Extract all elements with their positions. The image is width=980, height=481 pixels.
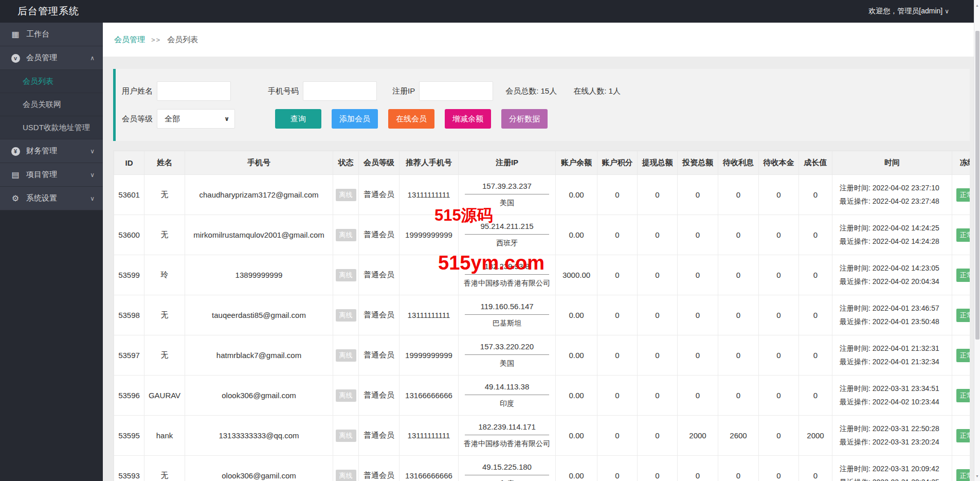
cell-points: 0 [597, 215, 638, 255]
ip-link[interactable]: 49.14.113.38 [465, 382, 549, 395]
ip-link[interactable]: 95.214.211.215 [465, 222, 549, 235]
cell-withdraw-total: 0 [638, 215, 678, 255]
register-time-value: 2022-03-31 20:09:42 [873, 465, 939, 473]
cell-name: 无 [144, 295, 185, 335]
sidebar-item-usdt-address[interactable]: USDT收款地址管理 [0, 116, 103, 139]
cell-referrer: 13111111111 [400, 295, 459, 335]
ip-link[interactable]: 182.239.93.8 [465, 262, 549, 275]
cell-pending-interest: 0 [718, 295, 759, 335]
ip-location: 美国 [500, 199, 514, 207]
cell-id: 53599 [114, 255, 144, 295]
cell-status: 离线 [333, 295, 359, 335]
ip-link[interactable]: 49.15.225.180 [465, 462, 549, 475]
freeze-status-badge[interactable]: 正常 [956, 429, 970, 442]
online-members-button[interactable]: 在线会员 [388, 109, 434, 129]
status-badge: 离线 [336, 189, 356, 201]
cell-withdraw-total: 0 [638, 376, 678, 416]
ip-link[interactable]: 157.39.23.237 [465, 182, 549, 194]
register-ip-input[interactable] [419, 81, 493, 101]
sidebar-item-label: 工作台 [26, 29, 49, 39]
finance-icon: ¥ [11, 147, 20, 156]
sidebar-item-member-list[interactable]: 会员列表 [0, 70, 103, 93]
column-header-13: 待收本金 [759, 151, 799, 175]
freeze-status-badge[interactable]: 正常 [956, 389, 970, 402]
user-menu[interactable]: 欢迎您，管理员[admin] ∨ [868, 7, 949, 16]
breadcrumb-parent-link[interactable]: 会员管理 [114, 35, 145, 45]
phone-label: 手机号码 [268, 86, 299, 96]
freeze-status-badge[interactable]: 正常 [956, 228, 970, 242]
column-header-7: 注册IP [459, 151, 556, 175]
cell-freeze: 正常 [952, 255, 970, 295]
chevron-up-icon: ∧ [90, 55, 95, 62]
cell-level: 普通会员 [359, 215, 400, 255]
table-header-row: ID姓名手机号状态会员等级推荐人手机号注册IP账户余额账户积分提现总额投资总额待… [114, 151, 970, 175]
cell-level: 普通会员 [359, 295, 400, 335]
sidebar-item-workbench[interactable]: ▦ 工作台 [0, 23, 103, 46]
member-management-submenu: 会员列表 会员关联网 USDT收款地址管理 [0, 70, 103, 139]
freeze-status-badge[interactable]: 正常 [956, 349, 970, 362]
cell-phone: mirkomilrustamqulov2001@gmail.com [185, 215, 333, 255]
table-row: 53599 玲 13899999999 离线 普通会员 182.239.93.8… [114, 255, 970, 295]
last-action-label: 最近操作: [840, 277, 873, 286]
last-action-label: 最近操作: [840, 237, 873, 245]
freeze-status-badge[interactable]: 正常 [956, 269, 970, 282]
query-button[interactable]: 查询 [275, 109, 321, 129]
ip-location: 西班牙 [496, 239, 518, 247]
cell-time: 注册时间: 2022-04-01 23:46:57 最近操作: 2022-04-… [832, 295, 952, 335]
cell-referrer: 13166666666 [400, 376, 459, 416]
cell-balance: 0.00 [556, 335, 597, 376]
ip-link[interactable]: 119.160.56.147 [465, 302, 549, 315]
status-badge: 离线 [336, 309, 356, 322]
freeze-status-badge[interactable]: 正常 [956, 188, 970, 202]
sidebar-item-system-settings[interactable]: ⚙ 系统设置 ∨ [0, 187, 103, 210]
cell-phone: hatmrblack7@gmail.com [185, 335, 333, 376]
register-time-value: 2022-04-02 23:27:10 [873, 184, 939, 192]
register-time-value: 2022-03-31 22:50:28 [873, 424, 939, 433]
scrollbar-thumb[interactable] [975, 31, 979, 340]
cell-id: 53597 [114, 335, 144, 376]
cell-freeze: 正常 [952, 335, 970, 376]
cell-name: 玲 [144, 255, 185, 295]
column-header-14: 成长值 [799, 151, 832, 175]
cell-freeze: 正常 [952, 295, 970, 335]
cell-register-ip: 157.33.220.220 美国 [459, 335, 556, 376]
add-member-button[interactable]: 添加会员 [332, 109, 378, 129]
cell-withdraw-total: 0 [638, 295, 678, 335]
username-input[interactable] [157, 81, 231, 101]
sidebar-item-member-management[interactable]: v 会员管理 ∧ [0, 46, 103, 70]
last-action-label: 最近操作: [840, 438, 873, 446]
cell-pending-principal: 0 [759, 335, 799, 376]
member-level-select[interactable]: 全部 ∨ [157, 109, 235, 129]
cell-withdraw-total: 0 [638, 456, 678, 481]
cell-pending-principal: 0 [759, 456, 799, 481]
cell-register-ip: 182.239.114.171 香港中国移动香港有限公司 [459, 416, 556, 456]
cell-invest-total: 0 [678, 335, 718, 376]
user-menu-label: 欢迎您，管理员[admin] [868, 7, 942, 16]
vertical-scrollbar[interactable]: ▲ ▼ [974, 0, 980, 481]
adjust-balance-button[interactable]: 增减余额 [445, 109, 491, 129]
scroll-down-arrow-icon[interactable]: ▼ [974, 472, 980, 480]
ip-link[interactable]: 157.33.220.220 [465, 342, 549, 355]
sidebar-item-member-network[interactable]: 会员关联网 [0, 93, 103, 116]
cell-withdraw-total: 0 [638, 416, 678, 456]
cell-points: 0 [597, 295, 638, 335]
cell-growth: 0 [799, 175, 832, 215]
cell-id: 53595 [114, 416, 144, 456]
sidebar-item-project-management[interactable]: ▤ 项目管理 ∨ [0, 163, 103, 187]
cell-status: 离线 [333, 255, 359, 295]
cell-invest-total: 2000 [678, 416, 718, 456]
freeze-status-badge[interactable]: 正常 [956, 469, 970, 481]
gear-icon: ⚙ [9, 193, 22, 203]
status-badge: 离线 [336, 430, 356, 442]
analyze-data-button[interactable]: 分析数据 [501, 109, 548, 129]
cell-points: 0 [597, 456, 638, 481]
member-total-stat: 会员总数: 15人 [505, 86, 557, 96]
column-header-11: 投资总额 [678, 151, 718, 175]
cell-growth: 0 [799, 376, 832, 416]
sidebar-item-finance-management[interactable]: ¥ 财务管理 ∨ [0, 139, 103, 163]
status-badge: 离线 [336, 389, 356, 402]
scroll-up-arrow-icon[interactable]: ▲ [974, 1, 980, 9]
ip-link[interactable]: 182.239.114.171 [465, 422, 549, 435]
freeze-status-badge[interactable]: 正常 [956, 309, 970, 322]
phone-input[interactable] [303, 81, 377, 101]
